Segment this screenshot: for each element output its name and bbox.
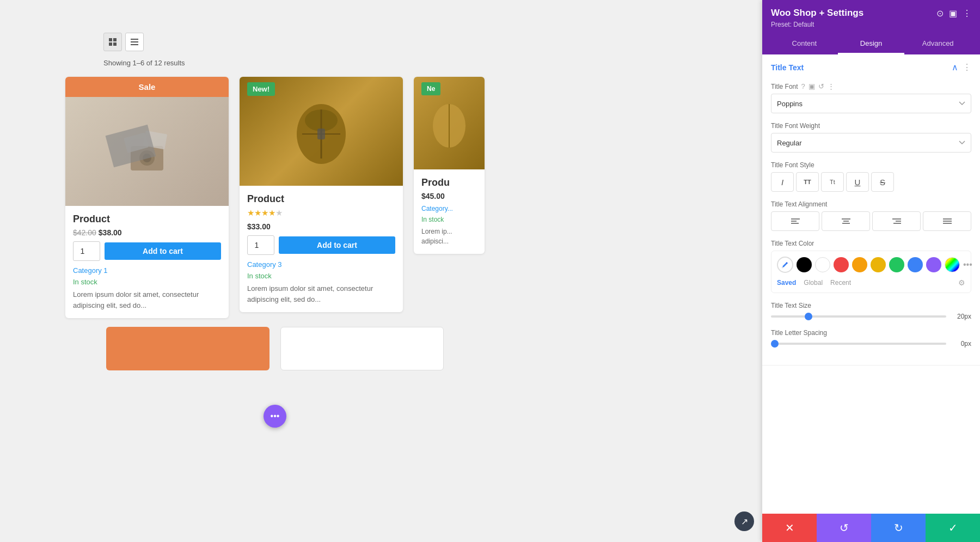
title-text-size-field: Title Text Size 20px [771, 302, 971, 320]
align-right-button[interactable] [872, 211, 921, 231]
save-button[interactable]: ✓ [926, 514, 980, 542]
quantity-input[interactable] [73, 241, 100, 261]
list-view-button[interactable] [125, 33, 144, 51]
color-picker-button[interactable] [777, 257, 793, 273]
product-description: Lorem ipsum dolor sit amet, consectetur … [247, 283, 395, 305]
title-font-weight-field: Title Font Weight Regular [771, 122, 971, 153]
svg-point-8 [139, 150, 155, 166]
add-to-cart-button[interactable]: Add to cart [105, 242, 221, 260]
section-more-icon[interactable]: ⋮ [963, 62, 971, 72]
product-body: Product $42.00$38.00 Add to cart Categor… [65, 206, 229, 318]
color-swatch-yellow[interactable] [871, 257, 886, 272]
section-header-title-text[interactable]: Title Text ∧ ⋮ [762, 54, 980, 80]
panel-tabs: Content Design Advanced [771, 34, 971, 54]
product-body: Product ★★★★★ $33.00 Add to cart Categor… [240, 186, 403, 312]
product-price: $42.00$38.00 [73, 228, 221, 237]
color-swatch-purple[interactable] [926, 257, 941, 272]
alignment-buttons [771, 211, 971, 231]
svg-rect-10 [124, 132, 149, 153]
product-body-partial: Produ $45.00 Category... In stock Lorem … [414, 169, 485, 254]
product-actions: Add to cart [247, 235, 395, 255]
title-letter-spacing-slider[interactable] [771, 343, 946, 345]
tab-advanced[interactable]: Advanced [904, 34, 971, 54]
color-swatch-green[interactable] [889, 257, 904, 272]
strikethrough-button[interactable]: S [871, 172, 894, 192]
capitalize-button[interactable]: Tt [821, 172, 844, 192]
title-text-alignment-label: Title Text Alignment [771, 200, 971, 208]
product-stock: In stock [247, 272, 395, 280]
title-letter-spacing-label: Title Letter Spacing [771, 329, 971, 337]
cancel-button[interactable]: ✕ [762, 514, 817, 542]
title-letter-spacing-label-text: Title Letter Spacing [771, 329, 827, 337]
floating-menu-button[interactable]: ••• [264, 405, 286, 428]
settings-icon[interactable]: ⊙ [936, 8, 944, 19]
font-more-icon[interactable]: ⋮ [828, 82, 835, 90]
color-swatch-black[interactable] [797, 257, 812, 272]
title-text-color-label: Title Text Color [771, 240, 971, 247]
section-body-title-text: Title Font ? ▣ ↺ ⋮ Poppins Title Font We… [762, 80, 980, 365]
product-name: Produ [421, 177, 477, 188]
svg-rect-6 [131, 44, 138, 45]
uppercase-button[interactable]: TT [796, 172, 819, 192]
help-icon[interactable]: ? [801, 82, 805, 90]
quantity-input[interactable] [247, 235, 274, 255]
grid-view-button[interactable] [103, 33, 122, 51]
title-font-select[interactable]: Poppins [771, 94, 971, 113]
product-stock: In stock [73, 278, 221, 286]
italic-button[interactable]: I [771, 172, 794, 192]
add-to-cart-button[interactable]: Add to cart [279, 236, 395, 254]
svg-rect-11 [143, 131, 167, 150]
product-price: $33.00 [247, 222, 395, 231]
old-price: $42.00 [73, 228, 96, 237]
color-tabs: Saved Global Recent ⚙ [777, 278, 965, 287]
svg-rect-5 [131, 41, 138, 42]
color-swatch-red[interactable] [834, 257, 849, 272]
align-center-button[interactable] [822, 211, 870, 231]
title-font-weight-label: Title Font Weight [771, 122, 971, 130]
color-tab-saved[interactable]: Saved [777, 279, 796, 287]
svg-rect-7 [131, 146, 163, 170]
product-category[interactable]: Category 3 [247, 260, 395, 269]
tab-design[interactable]: Design [838, 34, 905, 54]
title-text-size-slider-row: 20px [771, 313, 971, 320]
redo-button[interactable]: ↻ [871, 514, 926, 542]
underline-button[interactable]: U [846, 172, 869, 192]
svg-rect-3 [113, 42, 117, 46]
panel-preset[interactable]: Preset: Default [771, 21, 971, 28]
layout-icon[interactable]: ▣ [949, 8, 957, 19]
more-colors-button[interactable]: ••• [963, 260, 972, 270]
action-bar: ✕ ↺ ↻ ✓ [762, 514, 980, 542]
tab-content[interactable]: Content [771, 34, 838, 54]
title-font-style-label: Title Font Style [771, 161, 971, 169]
title-text-size-value: 20px [952, 313, 971, 320]
collapse-icon[interactable]: ∧ [952, 62, 958, 72]
title-font-style-label-text: Title Font Style [771, 161, 814, 169]
color-tab-global[interactable]: Global [804, 279, 823, 287]
product-stars: ★★★★★ [247, 208, 395, 218]
color-swatch-orange[interactable] [852, 257, 867, 272]
color-tab-recent[interactable]: Recent [830, 279, 851, 287]
color-swatch-blue[interactable] [908, 257, 923, 272]
title-font-weight-select[interactable]: Regular [771, 133, 971, 153]
title-font-label: Title Font ? ▣ ↺ ⋮ [771, 82, 971, 90]
product-category[interactable]: Category 1 [73, 266, 221, 275]
color-swatch-white[interactable] [815, 257, 830, 272]
more-options-icon[interactable]: ⋮ [963, 8, 971, 19]
title-text-alignment-label-text: Title Text Alignment [771, 200, 827, 208]
align-justify-button[interactable] [923, 211, 971, 231]
font-reset-icon[interactable]: ↺ [818, 82, 824, 90]
svg-rect-2 [109, 42, 112, 46]
price-value: $45.00 [421, 192, 445, 200]
color-settings-icon[interactable]: ⚙ [958, 278, 965, 287]
title-letter-spacing-value: 0px [952, 340, 971, 348]
title-text-section: Title Text ∧ ⋮ Title Font ? ▣ ↺ ⋮ [762, 54, 980, 366]
arrow-icon[interactable]: ↗ [734, 511, 754, 531]
undo-button[interactable]: ↺ [817, 514, 871, 542]
new-price: $38.00 [99, 228, 122, 237]
product-actions: Add to cart [73, 241, 221, 261]
title-font-field: Title Font ? ▣ ↺ ⋮ Poppins [771, 82, 971, 113]
align-left-button[interactable] [771, 211, 819, 231]
title-text-size-slider[interactable] [771, 315, 946, 318]
font-copy-icon[interactable]: ▣ [808, 82, 815, 90]
color-swatch-rainbow[interactable] [945, 257, 960, 272]
